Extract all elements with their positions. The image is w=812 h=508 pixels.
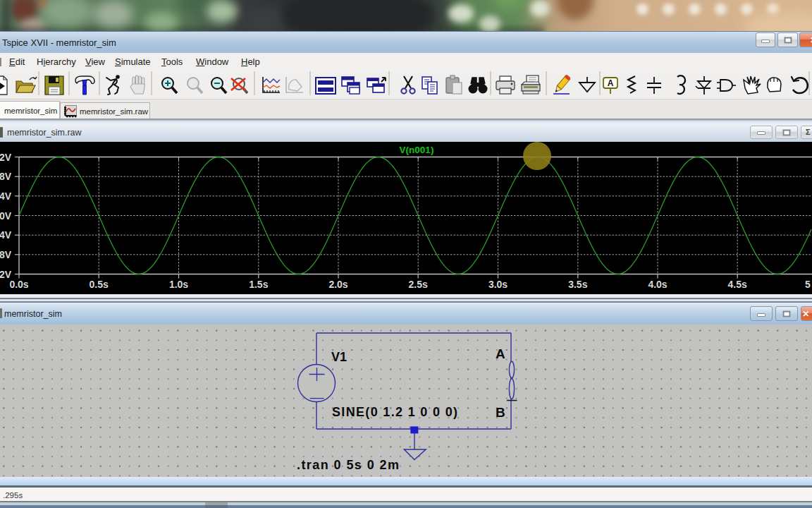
svg-text:A: A — [608, 78, 614, 88]
svg-text:4V: 4V — [0, 190, 12, 202]
svg-text:3.0s: 3.0s — [488, 279, 508, 290]
svg-text:A: A — [496, 346, 505, 361]
svg-text:0.0s: 0.0s — [9, 279, 28, 290]
svg-text:SINE(0 1.2 1 0 0 0): SINE(0 1.2 1 0 0 0) — [332, 405, 457, 419]
svg-text:0V: 0V — [0, 210, 12, 222]
svg-text:0.5s: 0.5s — [90, 279, 109, 290]
svg-text:1.0s: 1.0s — [169, 279, 188, 290]
svg-text:4.5s: 4.5s — [728, 279, 747, 290]
svg-text:V(n001): V(n001) — [400, 145, 434, 155]
svg-text:4.0s: 4.0s — [648, 279, 667, 290]
svg-text:2.5s: 2.5s — [409, 279, 428, 290]
svg-text:5: 5 — [805, 279, 811, 290]
svg-text:8V: 8V — [0, 249, 12, 260]
svg-text:2.0s: 2.0s — [328, 279, 347, 290]
svg-text:4V: 4V — [0, 229, 12, 241]
svg-text:3.5s: 3.5s — [568, 279, 587, 290]
svg-text:.tran 0 5s 0 2m: .tran 0 5s 0 2m — [297, 458, 399, 472]
svg-text:V1: V1 — [331, 350, 347, 364]
svg-text:8V: 8V — [0, 171, 12, 182]
svg-text:1.5s: 1.5s — [249, 279, 268, 290]
svg-text:B: B — [496, 405, 505, 420]
svg-text:2V: 2V — [0, 152, 12, 163]
